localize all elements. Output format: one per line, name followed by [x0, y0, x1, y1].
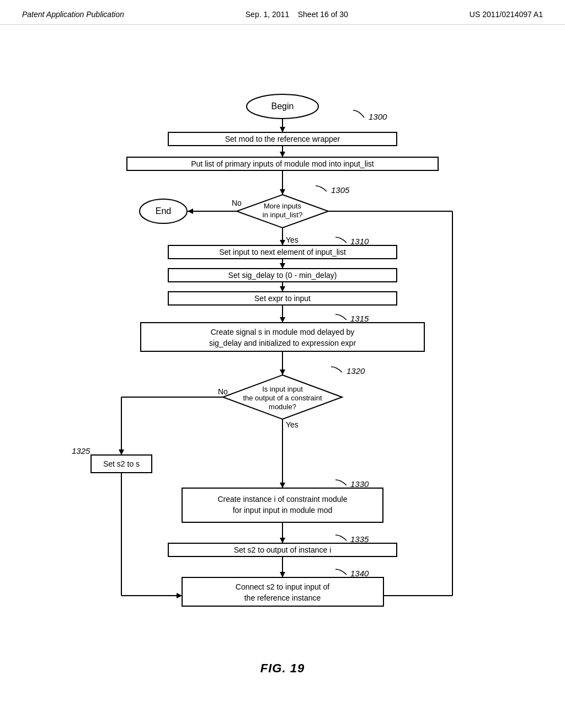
no-label-more-inputs: No: [232, 199, 242, 207]
label-1310: 1310: [350, 237, 369, 246]
page-header: Patent Application Publication Sep. 1, 2…: [0, 0, 565, 25]
is-input-line1: Is input input: [262, 385, 303, 393]
svg-marker-26: [280, 572, 285, 577]
set-expr-label: Set expr to input: [254, 294, 311, 303]
svg-rect-45: [182, 488, 383, 522]
svg-marker-22: [280, 483, 285, 488]
create-signal-line1: Create signal s in module mod delayed by: [211, 328, 355, 336]
header-date-sheet: Sep. 1, 2011 Sheet 16 of 30: [246, 10, 348, 19]
set-sig-delay-label: Set sig_delay to (0 - min_delay): [228, 271, 337, 280]
begin-label: Begin: [271, 101, 294, 111]
more-inputs-line2: in input_list?: [263, 211, 302, 219]
svg-marker-15: [280, 317, 285, 323]
label-1335: 1335: [350, 534, 369, 544]
svg-marker-1: [280, 127, 285, 132]
svg-marker-7: [188, 208, 193, 214]
svg-marker-24: [280, 538, 285, 543]
create-signal-line2: sig_delay and initialized to expression …: [209, 339, 356, 347]
yes-label-is-input: Yes: [286, 420, 299, 429]
label-1340: 1340: [350, 569, 369, 578]
svg-marker-11: [280, 263, 285, 269]
header-date: Sep. 1, 2011: [246, 10, 289, 19]
diagram-area: Begin End Set mod to the reference wrapp…: [0, 25, 565, 698]
label-1305: 1305: [331, 185, 350, 195]
create-instance-line2: for input input in module mod: [233, 506, 333, 515]
set-input-label: Set input to next element of input_list: [219, 248, 346, 256]
svg-marker-29: [177, 593, 182, 598]
connect-s2-line2: the reference instance: [244, 593, 321, 602]
put-list-label: Put list of primary inputs of module mod…: [191, 159, 374, 168]
svg-marker-17: [280, 370, 285, 375]
no-label-is-input: No: [218, 387, 228, 396]
yes-label-more-inputs: Yes: [286, 235, 299, 244]
is-input-line2: the output of a constraint: [243, 394, 322, 402]
svg-marker-13: [280, 286, 285, 292]
label-1320: 1320: [347, 366, 365, 376]
more-inputs-line1: More inputs: [264, 202, 301, 210]
header-sheet: Sheet 16 of 30: [298, 10, 348, 19]
svg-marker-9: [280, 240, 285, 245]
label-1315: 1315: [350, 314, 369, 323]
figure-caption: FIG. 19: [260, 661, 305, 676]
create-instance-line1: Create instance i of constraint module: [217, 495, 347, 504]
svg-marker-20: [119, 449, 124, 455]
svg-marker-3: [280, 152, 285, 157]
end-label: End: [156, 206, 171, 216]
is-input-line3: module?: [269, 403, 296, 411]
set-mod-label: Set mod to the reference wrapper: [225, 135, 340, 143]
header-patent-number: US 2011/0214097 A1: [470, 10, 543, 19]
header-publication: Patent Application Publication: [22, 10, 124, 19]
svg-marker-5: [280, 189, 285, 195]
connect-s2-line1: Connect s2 to input input of: [236, 582, 330, 591]
flowchart-svg: Begin End Set mod to the reference wrapp…: [0, 25, 565, 698]
label-1300: 1300: [369, 112, 387, 121]
label-1325: 1325: [72, 446, 90, 456]
set-s2-label: Set s2 to s: [103, 459, 140, 468]
set-s2-output-label: Set s2 to output of instance i: [234, 545, 332, 554]
label-1330: 1330: [350, 479, 369, 489]
